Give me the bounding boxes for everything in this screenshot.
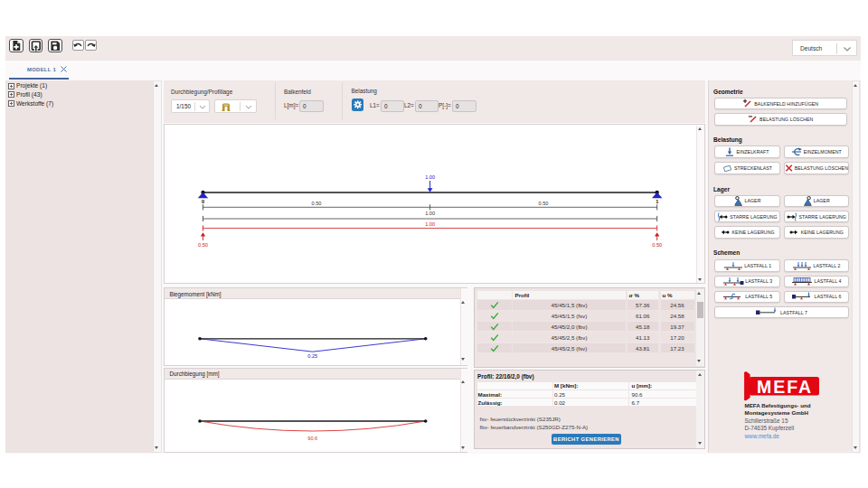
svg-text:MEFA: MEFA [757,377,813,397]
svg-text:1: 1 [656,199,658,204]
svg-text:1.00: 1.00 [425,221,435,226]
svg-text:0.50: 0.50 [198,242,208,248]
svg-text:0.50: 0.50 [539,201,549,206]
svg-text:1.00: 1.00 [425,174,435,180]
svg-text:0.50: 0.50 [652,242,662,248]
svg-text:0: 0 [202,199,204,204]
svg-text:90.6: 90.6 [307,435,317,440]
svg-text:0.25: 0.25 [307,353,317,359]
svg-text:1.00: 1.00 [425,211,435,216]
svg-text:0.50: 0.50 [312,201,322,206]
